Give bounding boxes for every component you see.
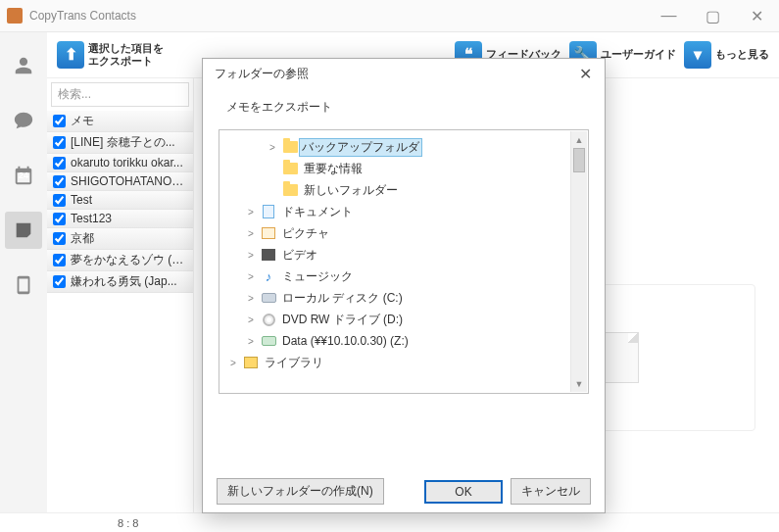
tree-node-label: 重要な情報 (302, 161, 365, 177)
tree-node-label: ローカル ディスク (C:) (280, 290, 405, 307)
tree-node[interactable]: >ピクチャ (223, 222, 584, 244)
tree-node[interactable]: >ドキュメント (223, 201, 584, 222)
scroll-thumb[interactable] (573, 148, 585, 172)
tree-expander-icon[interactable]: > (245, 293, 257, 304)
folder-icon (282, 162, 298, 175)
tree-node[interactable]: >バックアップフォルダ (223, 136, 584, 158)
tree-expander-icon[interactable]: > (267, 142, 278, 153)
scroll-down-arrow-icon[interactable]: ▼ (571, 375, 587, 392)
tree-node[interactable]: 新しいフォルダー (223, 179, 584, 201)
new-folder-button[interactable]: 新しいフォルダーの作成(N) (217, 478, 384, 505)
modal-overlay: フォルダーの参照 ✕ メモをエクスポート >バックアップフォルダ重要な情報新しい… (0, 0, 779, 532)
tree-node[interactable]: >ライブラリ (223, 352, 584, 373)
tree-expander-icon[interactable]: > (245, 271, 257, 282)
folder-icon (282, 140, 298, 154)
tree-node-label: Data (¥¥10.10.0.30) (Z:) (280, 334, 411, 348)
local-disk-icon (261, 291, 276, 305)
tree-expander-icon[interactable]: > (245, 207, 257, 218)
folder-tree-container: >バックアップフォルダ重要な情報新しいフォルダー>ドキュメント>ピクチャ>ビデオ… (219, 129, 589, 394)
tree-node[interactable]: >Data (¥¥10.10.0.30) (Z:) (223, 330, 584, 352)
documents-icon (261, 205, 276, 218)
tree-expander-icon[interactable]: > (245, 336, 257, 347)
tree-node-label: ドキュメント (280, 204, 355, 220)
tree-expander-icon[interactable]: > (227, 358, 239, 368)
dialog-subtitle: メモをエクスポート (203, 89, 605, 129)
tree-expander-icon[interactable]: > (245, 228, 257, 239)
tree-node-label: ビデオ (280, 247, 319, 264)
tree-node[interactable]: >DVD RW ドライブ (D:) (223, 309, 584, 330)
scroll-track[interactable] (571, 172, 587, 375)
tree-node[interactable]: >♪ミュージック (223, 266, 584, 287)
folder-tree[interactable]: >バックアップフォルダ重要な情報新しいフォルダー>ドキュメント>ピクチャ>ビデオ… (219, 130, 588, 393)
tree-expander-icon[interactable]: > (245, 250, 257, 261)
tree-node-label: ミュージック (280, 268, 355, 285)
dialog-close-button[interactable]: ✕ (573, 65, 597, 83)
tree-expander-icon[interactable]: > (245, 314, 257, 325)
tree-node-label: ピクチャ (280, 225, 331, 242)
cancel-button[interactable]: キャンセル (511, 478, 591, 505)
tree-scrollbar[interactable]: ▲ ▼ (570, 131, 587, 392)
network-drive-icon (261, 334, 276, 348)
tree-node[interactable]: 重要な情報 (223, 158, 584, 179)
folder-browse-dialog: フォルダーの参照 ✕ メモをエクスポート >バックアップフォルダ重要な情報新しい… (202, 58, 606, 513)
tree-node-label: DVD RW ドライブ (D:) (280, 312, 405, 328)
dialog-titlebar: フォルダーの参照 ✕ (203, 59, 605, 89)
tree-node[interactable]: >ローカル ディスク (C:) (223, 287, 584, 309)
dialog-title: フォルダーの参照 (215, 66, 573, 82)
tree-node-label: 新しいフォルダー (302, 182, 400, 199)
ok-button[interactable]: OK (424, 480, 503, 504)
tree-node[interactable]: >ビデオ (223, 244, 584, 266)
library-icon (243, 356, 259, 369)
folder-icon (282, 183, 298, 197)
videos-icon (261, 248, 276, 262)
tree-node-label: バックアップフォルダ (299, 138, 422, 157)
dialog-button-row: 新しいフォルダーの作成(N) OK キャンセル (217, 478, 591, 505)
scroll-up-arrow-icon[interactable]: ▲ (571, 131, 587, 148)
pictures-icon (261, 226, 276, 240)
music-icon: ♪ (261, 269, 276, 283)
tree-node-label: ライブラリ (263, 355, 325, 371)
dvd-drive-icon (261, 313, 276, 326)
